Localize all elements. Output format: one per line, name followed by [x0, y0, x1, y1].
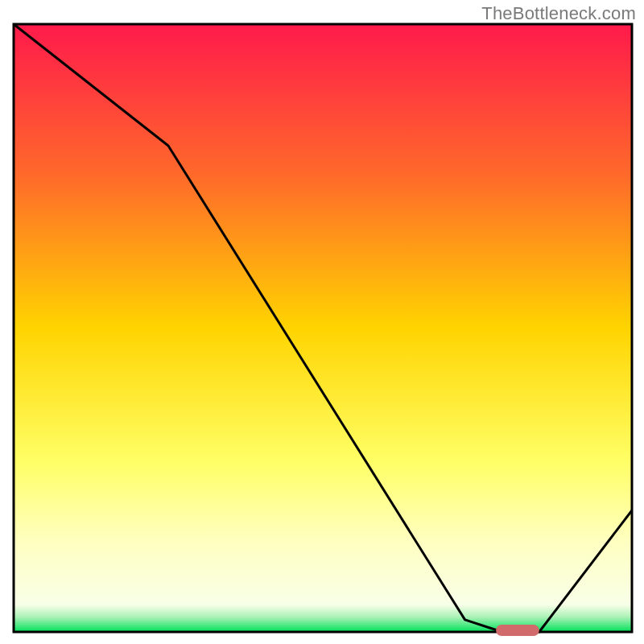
chart-container: TheBottleneck.com [0, 0, 644, 644]
plot-area [14, 24, 632, 636]
bottleneck-chart [0, 0, 644, 644]
watermark-text: TheBottleneck.com [481, 3, 636, 24]
optimum-marker [496, 625, 539, 636]
gradient-background [14, 24, 632, 632]
